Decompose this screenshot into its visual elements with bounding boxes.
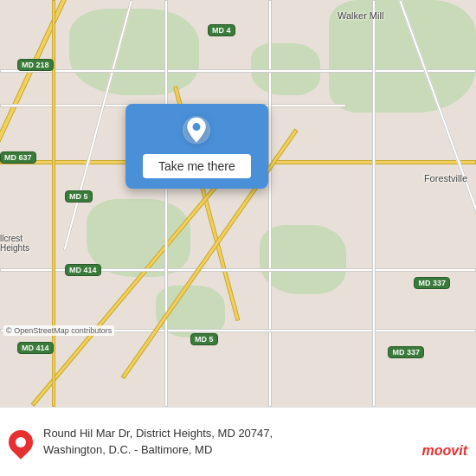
road-v3 — [164, 0, 168, 407]
info-bar: Round Hil Mar Dr, District Heights, MD 2… — [0, 407, 476, 476]
md5-shield-1: MD 5 — [65, 190, 93, 203]
road-v4 — [372, 0, 376, 407]
moovit-logo: moovit — [422, 443, 467, 459]
md637-shield: MD 637 — [0, 151, 36, 164]
overlay-box: Take me there — [125, 104, 268, 189]
road-h3 — [0, 69, 476, 73]
md4-shield: MD 4 — [208, 24, 235, 36]
md337-shield-1: MD 337 — [414, 277, 450, 289]
road-vertical-1 — [268, 0, 272, 407]
md414-shield-1: MD 414 — [65, 264, 101, 276]
md5-shield-2: MD 5 — [190, 333, 218, 345]
walker-mill-label: Walker Mill — [338, 10, 383, 21]
map-overlay: Take me there — [125, 104, 268, 189]
hillcrest-label: llcrestHeights — [0, 234, 29, 253]
md414-shield-2: MD 414 — [17, 342, 54, 354]
location-pin — [181, 116, 212, 147]
moovit-icon — [3, 425, 38, 460]
md337-shield-2: MD 337 — [388, 346, 424, 358]
osm-attribution: © OpenStreetMap contributors — [3, 325, 114, 336]
md218-shield: MD 218 — [17, 59, 54, 71]
forestville-label: Forestville — [424, 173, 467, 183]
address-line-2: Washington, D.C. - Baltimore, MD — [43, 442, 466, 458]
moovit-icon-inner — [16, 437, 26, 447]
take-me-there-button[interactable]: Take me there — [143, 154, 251, 178]
park-area-1 — [69, 9, 199, 95]
park-area-4 — [260, 225, 346, 294]
map-container: Walker Mill Forestville llcrestHeights M… — [0, 0, 476, 407]
svg-point-1 — [193, 123, 201, 131]
address-line-1: Round Hil Mar Dr, District Heights, MD 2… — [43, 426, 466, 441]
moovit-text: moovit — [422, 443, 467, 459]
